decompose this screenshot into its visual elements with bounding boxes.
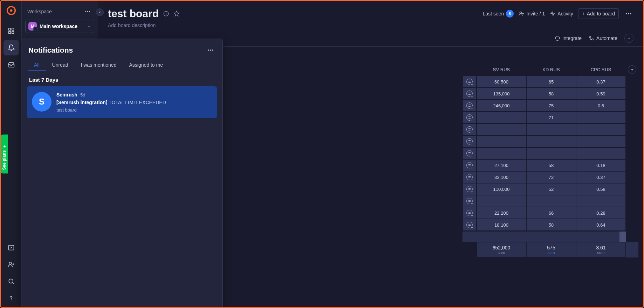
row-comment-icon[interactable]: +	[463, 135, 477, 147]
invite-button[interactable]: Invite / 1	[519, 11, 545, 16]
scrollbar-thumb[interactable]	[619, 232, 626, 242]
col-cpc-header[interactable]: CPC RUS	[576, 63, 626, 76]
row-comment-icon[interactable]: +	[463, 88, 477, 100]
workspace-more-icon[interactable]	[83, 7, 92, 16]
cell-sv[interactable]: 27,100	[477, 159, 526, 171]
table-row[interactable]: +	[463, 135, 638, 147]
info-icon[interactable]	[163, 11, 169, 17]
collapse-sidebar-icon[interactable]	[96, 8, 104, 16]
notifications-icon[interactable]	[4, 40, 19, 55]
cell-kd[interactable]: 72	[526, 171, 576, 183]
cell-kd[interactable]: 58	[526, 159, 576, 171]
my-work-icon[interactable]	[4, 240, 19, 255]
tab-unread[interactable]: Unread	[46, 59, 75, 71]
col-sv-header[interactable]: SV RUS	[477, 63, 526, 76]
table-row[interactable]: + 27,100 58 0.18	[463, 159, 638, 171]
add-to-board-button[interactable]: + Add to board	[578, 8, 619, 19]
help-icon[interactable]	[4, 290, 19, 306]
table-row[interactable]: +	[463, 147, 638, 159]
notification-item[interactable]: S Semrush 5d [Semrush integration] TOTAL…	[27, 86, 217, 118]
cell-cpc[interactable]: 0.64	[576, 219, 626, 231]
cell-kd[interactable]: 71	[526, 112, 576, 123]
add-column-icon[interactable]: +	[628, 65, 636, 74]
row-comment-icon[interactable]: +	[463, 76, 477, 88]
cell-sv[interactable]	[477, 123, 526, 135]
cell-sv[interactable]: 110,000	[477, 183, 526, 195]
table-row[interactable]: + 18,100 58 0.64	[463, 219, 638, 231]
cell-sv[interactable]: 246,000	[477, 100, 526, 112]
horizontal-scrollbar[interactable]	[463, 232, 626, 242]
cell-cpc[interactable]: 0.6	[576, 100, 626, 112]
row-comment-icon[interactable]: +	[463, 159, 477, 171]
inbox-icon[interactable]	[4, 57, 19, 72]
board-title[interactable]: test board	[108, 8, 159, 20]
cell-kd[interactable]: 58	[526, 219, 576, 231]
cell-cpc[interactable]	[576, 147, 626, 159]
invite-members-icon[interactable]	[4, 257, 19, 272]
row-comment-icon[interactable]: +	[463, 171, 477, 183]
cell-kd[interactable]: 75	[526, 100, 576, 112]
row-comment-icon[interactable]: +	[463, 219, 477, 231]
row-comment-icon[interactable]: +	[463, 183, 477, 195]
cell-kd[interactable]	[526, 123, 576, 135]
table-row[interactable]: + 110,000 52 0.58	[463, 183, 638, 195]
see-plans-button[interactable]: See plans ✦	[1, 134, 8, 173]
search-icon[interactable]	[4, 274, 19, 289]
cell-kd[interactable]: 58	[526, 88, 576, 100]
sum-kd[interactable]: 575 sum	[526, 242, 576, 257]
cell-cpc[interactable]: 0.37	[576, 171, 626, 183]
cell-kd[interactable]	[526, 135, 576, 147]
table-row[interactable]: + 22,200 66 0.28	[463, 207, 638, 219]
table-row[interactable]: +	[463, 195, 638, 207]
table-row[interactable]: + 135,000 58 0.59	[463, 88, 638, 100]
cell-cpc[interactable]: 0.37	[576, 76, 626, 88]
cell-sv[interactable]	[477, 112, 526, 123]
table-row[interactable]: + 33,100 72 0.37	[463, 171, 638, 183]
collapse-header-icon[interactable]	[624, 34, 633, 43]
row-comment-icon[interactable]: +	[463, 147, 477, 159]
cell-cpc[interactable]: 0.59	[576, 88, 626, 100]
tab-all[interactable]: All	[28, 59, 46, 71]
cell-sv[interactable]: 22,200	[477, 207, 526, 219]
table-row[interactable]: + 60,500 65 0.37	[463, 76, 638, 88]
cell-kd[interactable]	[526, 147, 576, 159]
cell-sv[interactable]: 33,100	[477, 171, 526, 183]
cell-kd[interactable]: 65	[526, 76, 576, 88]
cell-cpc[interactable]: 0.58	[576, 183, 626, 195]
app-logo[interactable]	[5, 4, 18, 17]
activity-button[interactable]: Activity	[550, 11, 573, 16]
star-icon[interactable]	[173, 11, 180, 17]
cell-sv[interactable]	[477, 195, 526, 207]
table-row[interactable]: + 71	[463, 112, 638, 123]
last-seen[interactable]: Last seen S	[483, 10, 514, 18]
cell-kd[interactable]: 66	[526, 207, 576, 219]
row-comment-icon[interactable]: +	[463, 112, 477, 123]
cell-sv[interactable]: 18,100	[477, 219, 526, 231]
cell-sv[interactable]	[477, 135, 526, 147]
row-comment-icon[interactable]: +	[463, 195, 477, 207]
workspace-selector[interactable]: M Main workspace	[25, 20, 94, 33]
cell-sv[interactable]: 135,000	[477, 88, 526, 100]
row-comment-icon[interactable]: +	[463, 123, 477, 135]
cell-cpc[interactable]	[576, 112, 626, 123]
col-kd-header[interactable]: KD RUS	[526, 63, 576, 76]
cell-sv[interactable]	[477, 147, 526, 159]
cell-cpc[interactable]	[576, 195, 626, 207]
cell-sv[interactable]: 60,500	[477, 76, 526, 88]
cell-cpc[interactable]	[576, 135, 626, 147]
cell-cpc[interactable]: 0.28	[576, 207, 626, 219]
row-comment-icon[interactable]: +	[463, 100, 477, 112]
table-row[interactable]: +	[463, 123, 638, 135]
tab-assigned[interactable]: Assigned to me	[123, 59, 169, 71]
cell-kd[interactable]	[526, 195, 576, 207]
notifications-more-icon[interactable]	[206, 45, 215, 55]
sum-sv[interactable]: 652,000 sum	[477, 242, 526, 257]
automate-button[interactable]: Automate	[589, 35, 617, 41]
cell-kd[interactable]: 52	[526, 183, 576, 195]
board-more-icon[interactable]	[624, 9, 633, 19]
workspaces-icon[interactable]	[4, 23, 19, 39]
table-row[interactable]: + 246,000 75 0.6	[463, 100, 638, 112]
integrate-button[interactable]: Integrate	[555, 35, 582, 41]
cell-cpc[interactable]	[576, 123, 626, 135]
cell-cpc[interactable]: 0.18	[576, 159, 626, 171]
